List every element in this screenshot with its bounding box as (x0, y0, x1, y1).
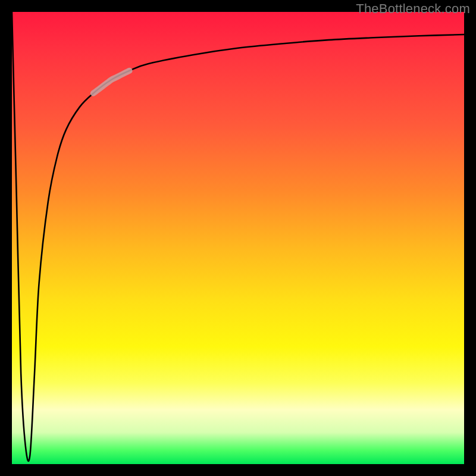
plot-area (12, 12, 464, 464)
bottleneck-curve (12, 12, 464, 464)
chart-frame: TheBottleneck.com (0, 0, 476, 476)
attribution-text: TheBottleneck.com (356, 1, 470, 17)
